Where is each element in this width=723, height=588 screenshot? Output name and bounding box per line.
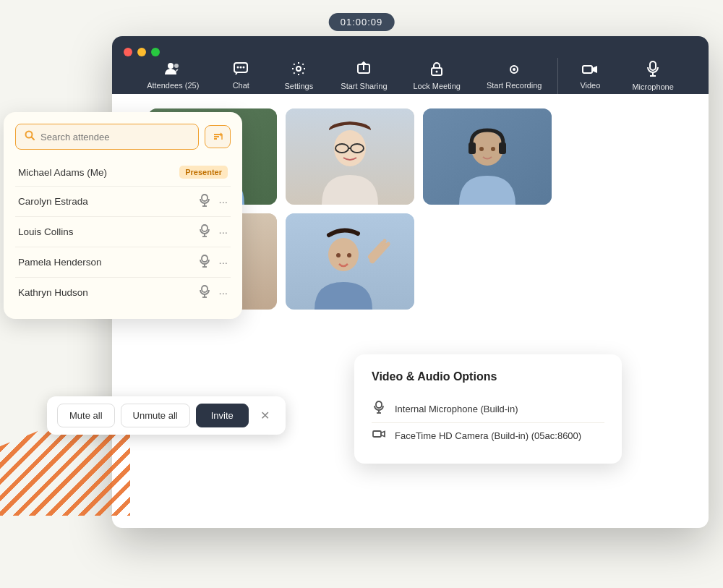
more-options-icon[interactable]: ··· xyxy=(218,286,228,299)
attendee-row-pamela: Pamela Henderson ··· xyxy=(15,247,231,278)
more-options-icon[interactable]: ··· xyxy=(218,195,228,208)
camera-option-icon xyxy=(372,429,386,442)
maximize-window-button[interactable] xyxy=(151,48,160,56)
svg-rect-48 xyxy=(202,195,208,201)
svg-rect-13 xyxy=(583,66,592,73)
video-cell-5[interactable] xyxy=(286,213,414,310)
settings-label: Settings xyxy=(284,82,313,90)
meeting-timer: 01:00:09 xyxy=(329,13,395,31)
attendees-panel: Michael Adams (Me) Presenter Carolyn Est… xyxy=(4,112,242,319)
internal-mic-icon xyxy=(372,401,386,417)
svg-point-5 xyxy=(243,67,245,69)
svg-rect-51 xyxy=(202,225,208,231)
internal-mic-label: Internal Microphone (Build-in) xyxy=(395,404,518,414)
more-options-icon[interactable]: ··· xyxy=(218,256,228,268)
attendee-name: Louis Collins xyxy=(18,226,200,237)
video-cell-3[interactable] xyxy=(423,108,552,205)
toolbar-video[interactable]: Video xyxy=(561,57,619,95)
settings-icon xyxy=(291,61,306,78)
svg-point-10 xyxy=(436,71,438,73)
audio-options-panel: Video & Audio Options Internal Microphon… xyxy=(354,354,622,464)
svg-point-40 xyxy=(336,253,341,257)
unmute-all-button[interactable]: Unmute all xyxy=(121,404,190,427)
close-action-bar-button[interactable]: ✕ xyxy=(254,406,275,425)
window-controls xyxy=(124,48,160,56)
mute-all-button[interactable]: Mute all xyxy=(57,404,115,427)
mic-icon[interactable] xyxy=(200,285,210,300)
toolbar-start-recording[interactable]: Start Recording xyxy=(474,57,555,95)
mic-icon[interactable] xyxy=(200,224,210,239)
close-window-button[interactable] xyxy=(124,48,132,56)
lock-meeting-label: Lock Meeting xyxy=(414,82,461,90)
toolbar: Attendees (25) Chat Setti xyxy=(112,36,709,94)
video-cell-2[interactable] xyxy=(286,108,414,205)
toolbar-chat[interactable]: Chat xyxy=(212,56,270,95)
search-icon xyxy=(25,130,35,143)
minimize-window-button[interactable] xyxy=(137,48,146,56)
attendee-row-carolyn: Carolyn Estrada ··· xyxy=(15,187,231,217)
svg-point-1 xyxy=(174,64,179,68)
toolbar-divider xyxy=(557,58,558,94)
attendee-name: Pamela Henderson xyxy=(18,257,200,268)
svg-point-41 xyxy=(347,253,351,257)
microphone-label: Microphone xyxy=(632,82,673,91)
svg-line-43 xyxy=(32,137,35,140)
attendee-row-louis: Louis Collins ··· xyxy=(15,217,231,247)
attendee-name: Kathryn Hudson xyxy=(18,287,200,298)
audio-options-title: Video & Audio Options xyxy=(372,370,604,383)
toolbar-start-sharing[interactable]: Start Sharing xyxy=(328,56,400,96)
toolbar-settings[interactable]: Settings xyxy=(270,56,328,96)
start-recording-icon xyxy=(506,63,522,77)
attendees-label: Attendees (25) xyxy=(147,81,199,90)
start-sharing-label: Start Sharing xyxy=(341,82,387,90)
audio-option-camera: FaceTime HD Camera (Build-in) (05ac:8600… xyxy=(372,423,604,448)
svg-point-3 xyxy=(237,67,239,69)
svg-point-6 xyxy=(296,67,301,71)
svg-rect-31 xyxy=(499,142,506,154)
attendee-name: Carolyn Estrada xyxy=(18,196,200,207)
svg-rect-54 xyxy=(202,255,208,262)
attendees-icon xyxy=(165,62,181,77)
svg-point-0 xyxy=(168,63,174,69)
action-bar: Mute all Unmute all Invite ✕ xyxy=(47,396,286,435)
chat-label: Chat xyxy=(233,81,249,90)
audio-option-microphone: Internal Microphone (Build-in) xyxy=(372,395,604,423)
svg-point-12 xyxy=(513,68,515,71)
start-sharing-icon xyxy=(356,61,371,78)
microphone-icon xyxy=(647,61,659,79)
toolbar-microphone[interactable]: Microphone xyxy=(619,55,686,97)
toolbar-attendees[interactable]: Attendees (25) xyxy=(134,56,212,95)
video-icon xyxy=(582,63,598,77)
svg-rect-30 xyxy=(469,142,476,154)
svg-rect-60 xyxy=(376,401,382,408)
svg-point-4 xyxy=(240,67,242,69)
search-attendee-input[interactable] xyxy=(40,132,189,142)
decorative-stripes xyxy=(0,371,130,516)
svg-rect-57 xyxy=(202,286,208,292)
mic-icon[interactable] xyxy=(200,255,210,270)
mic-icon[interactable] xyxy=(200,194,210,209)
svg-rect-63 xyxy=(373,431,381,437)
presenter-badge: Presenter xyxy=(179,166,228,179)
toolbar-lock-meeting[interactable]: Lock Meeting xyxy=(401,56,474,96)
svg-point-32 xyxy=(479,147,484,151)
more-options-icon[interactable]: ··· xyxy=(218,226,228,238)
facetime-camera-label: FaceTime HD Camera (Build-in) (05ac:8600… xyxy=(395,430,581,441)
svg-rect-14 xyxy=(650,61,656,70)
sort-button[interactable] xyxy=(205,125,231,148)
lock-meeting-icon xyxy=(430,61,443,78)
attendee-row-michael: Michael Adams (Me) Presenter xyxy=(15,158,231,187)
start-recording-label: Start Recording xyxy=(487,81,542,90)
invite-button[interactable]: Invite xyxy=(196,404,249,427)
attendee-row-kathryn: Kathryn Hudson ··· xyxy=(15,278,231,307)
attendee-name: Michael Adams (Me) xyxy=(18,167,179,178)
search-row xyxy=(15,124,231,150)
search-box xyxy=(15,124,199,150)
chat-icon xyxy=(234,62,248,77)
svg-point-29 xyxy=(471,131,503,166)
svg-point-33 xyxy=(491,147,495,151)
video-label: Video xyxy=(580,81,600,90)
